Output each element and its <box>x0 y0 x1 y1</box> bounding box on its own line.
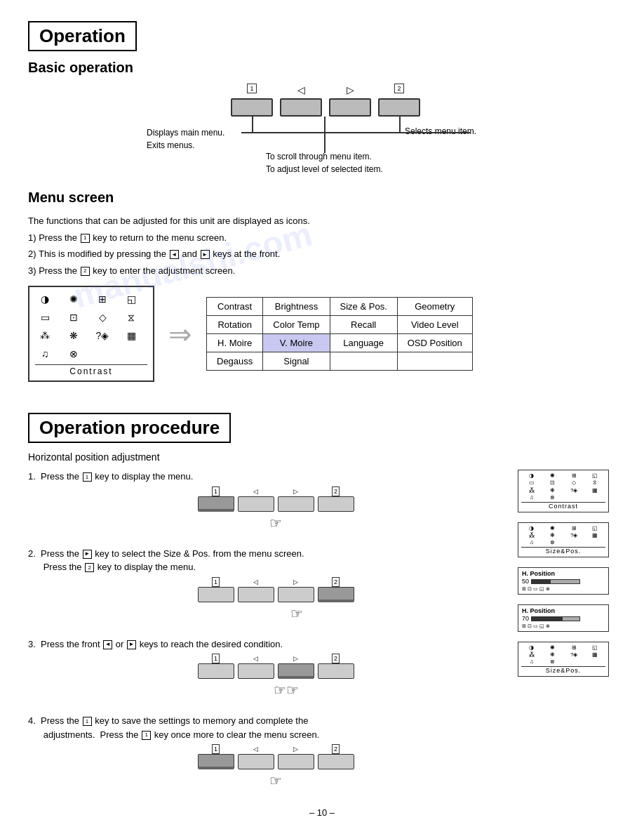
sp2-icon-12 <box>585 658 605 665</box>
menu-text-3: 2) This is modified by pressing the ◄ an… <box>28 247 616 261</box>
table-cell-hmoire: H. Moire <box>207 334 263 352</box>
mini-btn-4[interactable] <box>318 496 354 512</box>
vline-key1 <box>252 117 253 132</box>
thumb4-value-row: 70 <box>522 615 605 622</box>
s-icon-12 <box>585 539 605 545</box>
step2-key2: 2 <box>85 563 94 572</box>
label-scroll: To scroll through menu item. To adjust l… <box>266 150 383 176</box>
table-cell-degauss: Degauss <box>207 352 263 371</box>
icon-h-moire: ⁂ <box>35 328 55 343</box>
mini4-btn-1[interactable] <box>198 754 234 769</box>
mini2-btn-3[interactable] <box>278 587 314 602</box>
thumb-contrast: ◑ ✺ ⊞ ◱ ▭ ⊡ ◇ ⧖ ⁂ ❋ ?◈ ▦ ♫ ⊗ Co <box>518 470 609 512</box>
key4[interactable] <box>378 98 420 117</box>
s-icon-2: ✺ <box>542 525 563 531</box>
mini4-btn-2[interactable] <box>238 754 274 769</box>
key-right-inline: ► <box>201 250 210 259</box>
mini3-btn-2[interactable] <box>238 663 274 679</box>
thumb5-label: Size&Pos. <box>521 666 605 674</box>
vline-center <box>324 117 326 153</box>
mini-diagram-2: 1 ◁ ▷ 2 ☞ <box>48 578 504 622</box>
table-cell-vmoire: V. Moire <box>263 334 330 352</box>
hand-icon-3: ☞☞ <box>274 682 299 699</box>
t-icon-11: ?◈ <box>564 487 584 494</box>
mini-btn-3[interactable] <box>278 496 314 512</box>
table-cell-recall: Recall <box>330 316 397 334</box>
mini4-nums: 1 ◁ ▷ 2 <box>198 746 354 753</box>
mn3-1: 1 <box>198 655 234 662</box>
thumb-contrast-grid: ◑ ✺ ⊞ ◱ ▭ ⊡ ◇ ⧖ ⁂ ❋ ?◈ ▦ ♫ ⊗ <box>521 472 605 501</box>
t-icon-6: ⊡ <box>542 479 563 486</box>
icon-degauss: ♫ <box>35 346 55 362</box>
icon-grid-label: Contrast <box>35 364 147 376</box>
t-icon-9: ⁂ <box>521 487 542 494</box>
menu-screen-section: Menu screen The functions that can be ad… <box>28 190 616 382</box>
label-right-hline <box>401 132 471 133</box>
icon-rotation: ▭ <box>35 310 55 325</box>
mini4-btn-3[interactable] <box>278 754 314 769</box>
menu-table: Contrast Brightness Size & Pos. Geometry… <box>206 297 473 371</box>
mn4-4: 2 <box>318 746 354 753</box>
menu-text-2: 1) Press the 1 key to return to the menu… <box>28 231 616 245</box>
step3-key1: ◄ <box>103 640 112 649</box>
mini-btn-1[interactable] <box>198 496 234 512</box>
mini3-nums: 1 ◁ ▷ 2 <box>198 655 354 662</box>
basic-operation-title: Basic operation <box>28 60 616 76</box>
mn3-3: ▷ <box>278 655 314 662</box>
sp2-icon-10: ⊗ <box>542 658 563 665</box>
mini4-btns <box>198 754 354 769</box>
mini3-btn-1[interactable] <box>198 663 234 679</box>
sp2-icon-3: ⊞ <box>564 644 584 651</box>
mini4-btn-4[interactable] <box>318 754 354 769</box>
s-icon-9: ♫ <box>521 539 542 545</box>
t-icon-14: ⊗ <box>542 494 563 501</box>
t-icon-13: ♫ <box>521 494 542 501</box>
icon-brightness: ✺ <box>64 291 83 307</box>
mini1-btns <box>198 496 354 512</box>
step-3: 3. Press the front ◄ or ► keys to reach … <box>28 637 504 703</box>
sp2-icon-4: ◱ <box>585 644 605 651</box>
table-cell-empty2 <box>397 352 472 371</box>
icon-grid-box: ◑ ✺ ⊞ ◱ ▭ ⊡ ◇ ⧖ ⁂ ❋ ?◈ ▦ ♫ ⊗ Co <box>28 286 154 382</box>
step2-text: 2. Press the ► key to select the Size & … <box>28 547 504 574</box>
step4-text: 4. Press the 1 key to save the settings … <box>28 714 504 741</box>
key1[interactable] <box>231 98 273 117</box>
s-icon-1: ◑ <box>521 525 542 531</box>
mini-diagram-3: 1 ◁ ▷ 2 ☞☞ <box>48 655 504 699</box>
table-row: Degauss Signal <box>207 352 473 371</box>
mn3-4: 2 <box>318 655 354 662</box>
ti4: ◱ <box>539 586 544 592</box>
thumb-sizepos2: ◑ ✺ ⊞ ◱ ⁂ ❋ ?◈ ▦ ♫ ⊗ Size&Pos. <box>518 642 609 677</box>
t-icon-2: ✺ <box>542 472 563 479</box>
thumb-sizepos1-grid: ◑ ✺ ⊞ ◱ ⁂ ❋ ?◈ ▦ ♫ ⊗ <box>521 525 605 545</box>
mini3-btn-4[interactable] <box>318 663 354 679</box>
key3[interactable] <box>329 98 371 117</box>
mini-btn-2[interactable] <box>238 496 274 512</box>
mini1-nums: 1 ◁ ▷ 2 <box>198 488 354 495</box>
s-icon-3: ⊞ <box>564 525 584 531</box>
steps-area: ◑ ✺ ⊞ ◱ ▭ ⊡ ◇ ⧖ ⁂ ❋ ?◈ ▦ ♫ ⊗ Co <box>28 470 616 793</box>
mini2-btn-1[interactable] <box>198 587 234 602</box>
mn2: ◁ <box>238 488 274 495</box>
icon-grid: ◑ ✺ ⊞ ◱ ▭ ⊡ ◇ ⧖ ⁂ ❋ ?◈ ▦ ♫ ⊗ <box>35 291 147 362</box>
icon-size-pos: ⊞ <box>93 291 112 307</box>
mn3-2: ◁ <box>238 655 274 662</box>
key2[interactable] <box>280 98 322 117</box>
table-cell-geometry: Geometry <box>397 298 472 316</box>
mini2-btn-4[interactable] <box>318 587 354 602</box>
ti1: ⊞ <box>522 586 526 592</box>
step1-content: 1. Press the 1 key to display the menu. … <box>28 470 504 536</box>
ti3: ▭ <box>533 586 538 592</box>
sp2-icon-5: ⁂ <box>521 651 542 658</box>
thumb-hpos-70: H. Position 70 ⊞ ⊡ ▭ ◱ ⊗ <box>518 604 609 632</box>
button-diagram: 1 ◁ ▷ 2 Displays main menu. Exits menus. <box>147 84 497 176</box>
label-selects-menu: Selects menu item. <box>405 126 476 136</box>
hand-icon-2: ☞ <box>290 605 303 622</box>
mini2-btn-2[interactable] <box>238 587 274 602</box>
key2-num: ◁ <box>280 84 322 95</box>
t-icon-12: ▦ <box>585 487 605 494</box>
mini3-btn-3[interactable] <box>278 663 314 679</box>
key-left-inline: ◄ <box>170 250 179 259</box>
table-cell-videolevel: Video Level <box>397 316 472 334</box>
thumb4-fill <box>532 617 563 621</box>
